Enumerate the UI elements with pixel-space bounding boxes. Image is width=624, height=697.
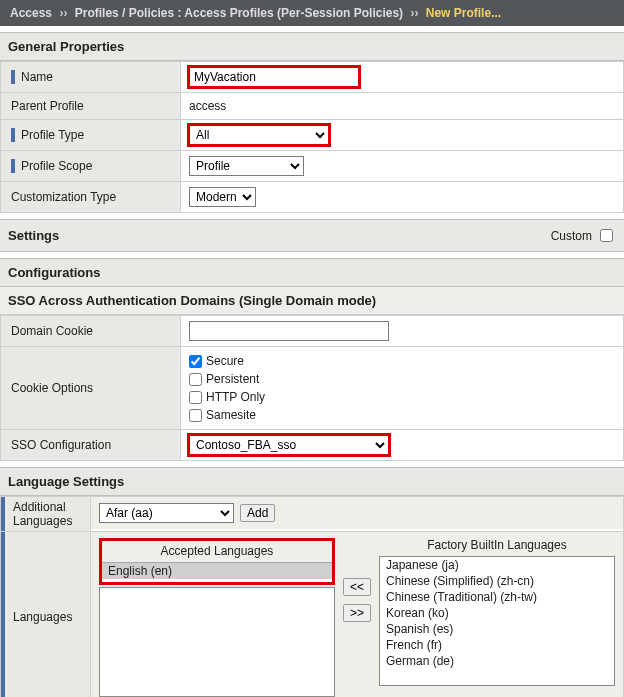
accepted-languages-top[interactable]: English (en) bbox=[102, 562, 332, 582]
custom-checkbox[interactable] bbox=[600, 229, 613, 242]
breadcrumb-current: New Profile... bbox=[426, 6, 501, 20]
breadcrumb: Access ›› Profiles / Policies : Access P… bbox=[0, 0, 624, 26]
domain-cookie-label: Domain Cookie bbox=[11, 324, 93, 338]
section-configurations: Configurations bbox=[0, 258, 624, 287]
sso-subheader: SSO Across Authentication Domains (Singl… bbox=[0, 287, 624, 315]
list-item[interactable]: Chinese (Traditional) (zh-tw) bbox=[380, 589, 614, 605]
parent-profile-label: Parent Profile bbox=[11, 99, 84, 113]
secure-label: Secure bbox=[206, 352, 244, 370]
move-right-button[interactable]: >> bbox=[343, 604, 371, 622]
list-item[interactable]: Spanish (es) bbox=[380, 621, 614, 637]
factory-languages-title: Factory BuiltIn Languages bbox=[379, 538, 615, 556]
additional-languages-row: Additional Languages Afar (aa) Add bbox=[0, 496, 624, 532]
accepted-languages-list[interactable] bbox=[99, 587, 335, 697]
breadcrumb-mid[interactable]: Profiles / Policies : Access Profiles (P… bbox=[75, 6, 403, 20]
list-item[interactable]: German (de) bbox=[380, 653, 614, 669]
highlight-sso-config: Contoso_FBA_sso bbox=[189, 435, 389, 455]
sso-config-select[interactable]: Contoso_FBA_sso bbox=[189, 435, 389, 455]
profile-type-label: Profile Type bbox=[21, 128, 84, 142]
general-properties-table: Name Parent Profile access Profile Type … bbox=[0, 61, 624, 213]
breadcrumb-root[interactable]: Access bbox=[10, 6, 52, 20]
customization-type-label: Customization Type bbox=[11, 190, 116, 204]
samesite-label: Samesite bbox=[206, 406, 256, 424]
highlight-profile-type: All bbox=[189, 125, 329, 145]
parent-profile-value: access bbox=[189, 99, 226, 113]
accepted-languages-title: Accepted Languages bbox=[102, 541, 332, 562]
sso-config-label: SSO Configuration bbox=[11, 438, 111, 452]
section-general-properties: General Properties bbox=[0, 32, 624, 61]
list-item[interactable]: Japanese (ja) bbox=[380, 557, 614, 573]
list-item[interactable]: Korean (ko) bbox=[380, 605, 614, 621]
persistent-checkbox[interactable] bbox=[189, 373, 202, 386]
section-settings: Settings Custom bbox=[0, 219, 624, 252]
name-label: Name bbox=[21, 70, 53, 84]
customization-type-select[interactable]: Modern bbox=[189, 187, 256, 207]
additional-languages-label: Additional Languages bbox=[13, 500, 82, 528]
settings-title: Settings bbox=[8, 228, 59, 243]
factory-languages-list[interactable]: Japanese (ja) Chinese (Simplified) (zh-c… bbox=[379, 556, 615, 686]
secure-checkbox[interactable] bbox=[189, 355, 202, 368]
samesite-checkbox[interactable] bbox=[189, 409, 202, 422]
breadcrumb-sep: ›› bbox=[406, 6, 422, 20]
breadcrumb-sep: ›› bbox=[55, 6, 71, 20]
list-item[interactable]: English (en) bbox=[102, 563, 332, 579]
httponly-label: HTTP Only bbox=[206, 388, 265, 406]
profile-scope-select[interactable]: Profile bbox=[189, 156, 304, 176]
persistent-label: Persistent bbox=[206, 370, 259, 388]
highlight-accepted-languages: Accepted Languages English (en) bbox=[99, 538, 335, 585]
highlight-name bbox=[189, 67, 359, 87]
domain-cookie-input[interactable] bbox=[189, 321, 389, 341]
custom-label: Custom bbox=[551, 229, 592, 243]
move-left-button[interactable]: << bbox=[343, 578, 371, 596]
list-item[interactable]: Chinese (Simplified) (zh-cn) bbox=[380, 573, 614, 589]
add-language-button[interactable]: Add bbox=[240, 504, 275, 522]
languages-label: Languages bbox=[13, 610, 72, 624]
profile-scope-label: Profile Scope bbox=[21, 159, 92, 173]
sso-table: Domain Cookie Cookie Options Secure Pers… bbox=[0, 315, 624, 461]
additional-languages-select[interactable]: Afar (aa) bbox=[99, 503, 234, 523]
languages-row: Languages Accepted Languages English (en… bbox=[0, 532, 624, 697]
list-item[interactable]: French (fr) bbox=[380, 637, 614, 653]
profile-type-select[interactable]: All bbox=[189, 125, 329, 145]
httponly-checkbox[interactable] bbox=[189, 391, 202, 404]
cookie-options-label: Cookie Options bbox=[11, 381, 93, 395]
section-language-settings: Language Settings bbox=[0, 467, 624, 496]
name-input[interactable] bbox=[189, 67, 359, 87]
